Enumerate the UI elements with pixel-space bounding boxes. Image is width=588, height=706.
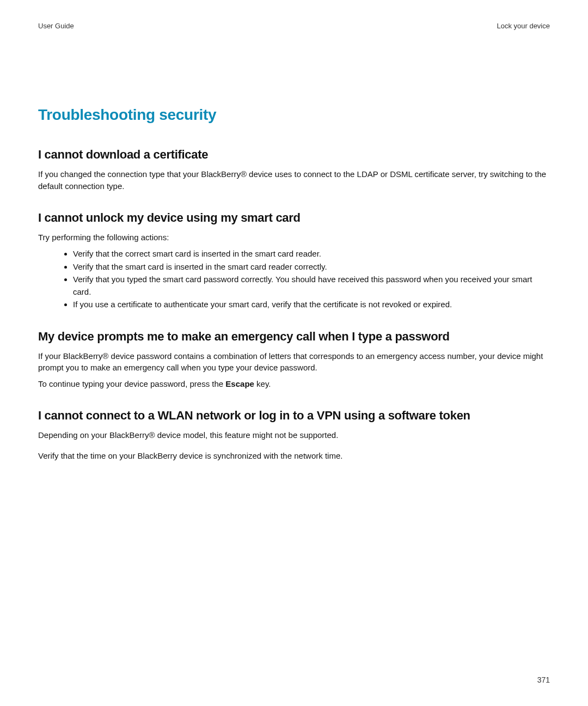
section-intro-smartcard: Try performing the following actions:: [38, 232, 550, 244]
section-body-emergency: If your BlackBerry® device password cont…: [38, 350, 550, 374]
page-title: Troubleshooting security: [38, 106, 550, 124]
header-left: User Guide: [38, 22, 74, 30]
section-heading-smartcard: I cannot unlock my device using my smart…: [38, 211, 550, 225]
escape-pre: To continue typing your device password,…: [38, 379, 225, 388]
page-number: 371: [537, 675, 550, 684]
list-item: Verify that you typed the smart card pas…: [73, 273, 550, 299]
list-item: If you use a certificate to authenticate…: [73, 298, 550, 311]
page-header: User Guide Lock your device: [38, 22, 550, 30]
smartcard-actions-list: Verify that the correct smart card is in…: [73, 247, 550, 311]
section-body-wlan-2: Verify that the time on your BlackBerry …: [38, 450, 550, 462]
section-heading-cert: I cannot download a certificate: [38, 148, 550, 162]
escape-key: Escape: [225, 379, 254, 388]
section-heading-wlan: I cannot connect to a WLAN network or lo…: [38, 409, 550, 423]
list-item: Verify that the correct smart card is in…: [73, 247, 550, 260]
section-heading-emergency: My device prompts me to make an emergenc…: [38, 330, 550, 344]
section-body-wlan-1: Depending on your BlackBerry® device mod…: [38, 429, 550, 441]
escape-post: key.: [254, 379, 271, 388]
section-escape-line: To continue typing your device password,…: [38, 378, 550, 390]
header-right: Lock your device: [497, 22, 550, 30]
list-item: Verify that the smart card is inserted i…: [73, 260, 550, 273]
section-body-cert: If you changed the connection type that …: [38, 168, 550, 192]
